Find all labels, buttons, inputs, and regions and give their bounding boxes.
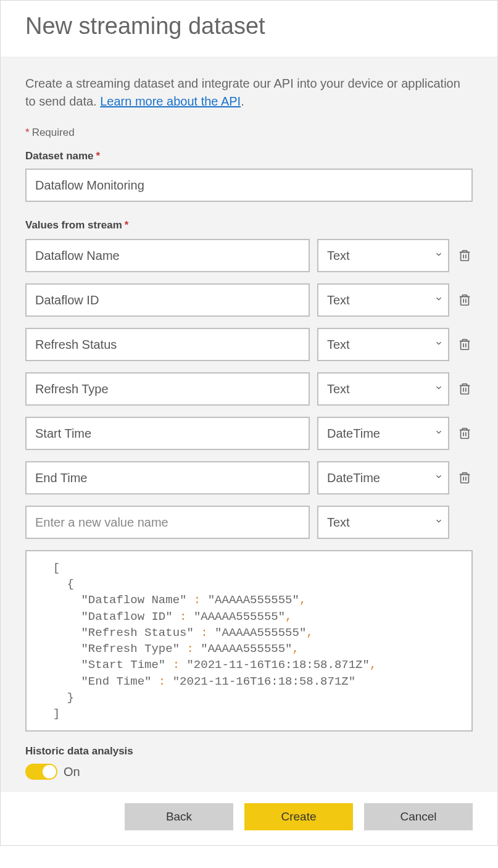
toggle-row: On: [25, 764, 473, 780]
value-type-select[interactable]: TextNumberDateTime: [317, 506, 449, 539]
value-type-select[interactable]: TextNumberDateTime: [317, 283, 449, 317]
back-button[interactable]: Back: [125, 803, 233, 830]
toggle-state-label: On: [64, 765, 80, 779]
dataset-name-field: Dataset name*: [25, 150, 473, 202]
stream-value-row: TextNumberDateTime: [25, 417, 473, 450]
dataset-name-input[interactable]: [25, 169, 473, 202]
stream-value-row: TextNumberDateTime: [25, 461, 473, 495]
stream-value-row: TextNumberDateTime: [25, 239, 473, 272]
historic-data-section: Historic data analysis On: [25, 745, 473, 780]
delete-icon[interactable]: [457, 292, 473, 308]
svg-rect-12: [461, 430, 469, 439]
svg-rect-9: [461, 386, 469, 394]
dialog-body: Create a streaming dataset and integrate…: [1, 57, 497, 792]
asterisk-icon: *: [125, 219, 129, 231]
create-button[interactable]: Create: [244, 803, 353, 830]
values-from-stream-section: Values from stream* TextNumberDateTimeTe…: [25, 219, 473, 539]
delete-icon[interactable]: [457, 336, 473, 353]
page-title: New streaming dataset: [25, 13, 473, 40]
cancel-button[interactable]: Cancel: [364, 803, 473, 830]
value-type-select[interactable]: TextNumberDateTime: [317, 239, 449, 272]
value-type-select[interactable]: TextNumberDateTime: [317, 461, 449, 495]
delete-icon[interactable]: [457, 248, 473, 264]
value-type-select[interactable]: TextNumberDateTime: [317, 417, 449, 450]
dialog-header: New streaming dataset: [1, 1, 497, 57]
stream-value-row: TextNumberDateTime: [25, 328, 473, 361]
toggle-knob: [43, 765, 56, 778]
value-name-input[interactable]: [25, 417, 310, 450]
asterisk-icon: *: [96, 150, 101, 162]
value-type-select[interactable]: TextNumberDateTime: [317, 328, 449, 361]
stream-value-row: TextNumberDateTime: [25, 372, 473, 406]
delete-icon[interactable]: [457, 381, 473, 397]
value-name-input[interactable]: [25, 239, 310, 272]
stream-value-new-row: TextNumberDateTime: [25, 506, 473, 539]
svg-rect-3: [461, 297, 469, 306]
description-text: Create a streaming dataset and integrate…: [25, 75, 473, 111]
json-preview: [ { "Dataflow Name" : "AAAAA555555", "Da…: [25, 550, 473, 732]
svg-rect-0: [461, 252, 469, 261]
learn-more-link[interactable]: Learn more about the API: [100, 94, 241, 108]
streaming-dataset-dialog: New streaming dataset Create a streaming…: [0, 0, 498, 846]
dataset-name-label: Dataset name*: [25, 150, 473, 162]
delete-icon[interactable]: [457, 425, 473, 441]
values-label: Values from stream*: [25, 219, 473, 232]
dialog-footer: Back Create Cancel: [1, 792, 497, 845]
historic-label: Historic data analysis: [25, 745, 473, 757]
required-indicator: *Required: [25, 127, 473, 139]
asterisk-icon: *: [25, 127, 30, 138]
svg-rect-6: [461, 341, 469, 350]
value-type-select[interactable]: TextNumberDateTime: [317, 372, 449, 406]
new-value-name-input[interactable]: [25, 506, 310, 539]
value-name-input[interactable]: [25, 372, 310, 406]
delete-icon[interactable]: [457, 470, 473, 486]
value-name-input[interactable]: [25, 328, 310, 361]
value-name-input[interactable]: [25, 461, 310, 495]
historic-toggle[interactable]: [25, 764, 57, 780]
stream-value-row: TextNumberDateTime: [25, 283, 473, 317]
svg-rect-15: [461, 475, 469, 483]
value-name-input[interactable]: [25, 283, 310, 317]
stream-rows: TextNumberDateTimeTextNumberDateTimeText…: [25, 239, 473, 539]
